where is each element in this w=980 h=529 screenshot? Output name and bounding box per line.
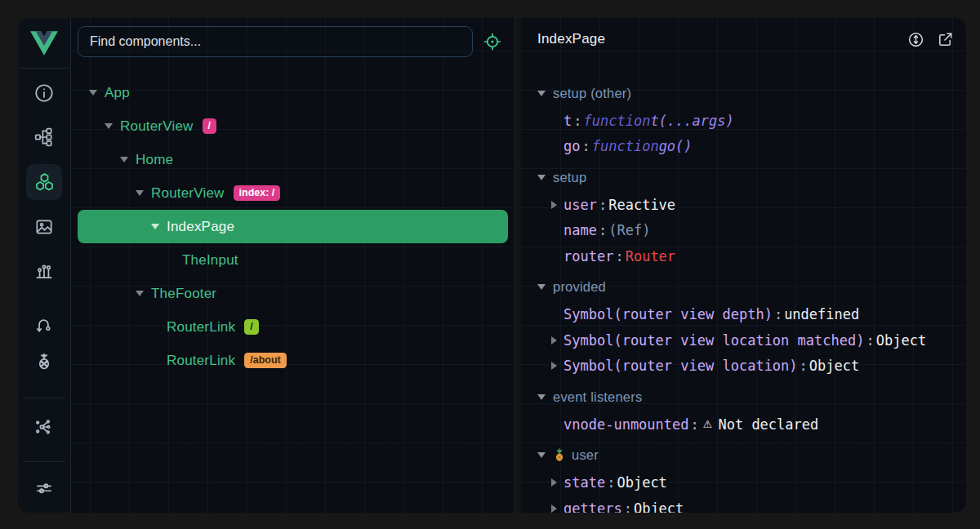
expand-toggle[interactable] xyxy=(87,90,99,96)
tree-row-routerlink[interactable]: RouterLink/about xyxy=(78,344,508,377)
tree-row-routerview[interactable]: RouterViewindex: / xyxy=(78,176,508,210)
state-row-symbol-router-view-depth-[interactable]: Symbol(router view depth) : undefined xyxy=(520,302,944,328)
colon-separator: : xyxy=(597,222,608,238)
state-row-state[interactable]: state : Object xyxy=(520,470,944,496)
graph-icon xyxy=(33,416,55,438)
state-row-go[interactable]: go : function go() xyxy=(520,134,944,160)
section-header-setup[interactable]: setup xyxy=(520,162,944,192)
state-key: t xyxy=(564,113,572,129)
section-header-setup-other-[interactable]: setup (other) xyxy=(520,78,944,108)
sidebar-item-graph[interactable] xyxy=(26,409,62,445)
section-label: setup (other) xyxy=(553,86,631,101)
state-row-router[interactable]: router : Router xyxy=(520,243,944,269)
expand-toggle[interactable] xyxy=(134,190,145,196)
route-badge: / xyxy=(203,118,216,134)
inspector-title: IndexPage xyxy=(537,31,605,47)
colon-separator: : xyxy=(580,138,591,154)
chevron-down-icon xyxy=(537,91,546,96)
component-name: TheInput xyxy=(182,252,238,269)
state-key: Symbol(router view location) xyxy=(564,358,798,374)
state-value: Object xyxy=(876,332,926,349)
colon-separator: : xyxy=(572,113,583,129)
expand-toggle[interactable] xyxy=(134,291,145,296)
component-name: TheFooter xyxy=(151,286,216,302)
expand-toggle[interactable] xyxy=(103,123,114,129)
open-in-editor-button[interactable] xyxy=(935,29,955,49)
colon-separator: : xyxy=(613,248,625,264)
devtools-window: AppRouterView/HomeRouterViewindex: /Inde… xyxy=(18,18,966,513)
sidebar-item-pinia[interactable] xyxy=(26,344,62,380)
sidebar-item-timeline[interactable] xyxy=(26,253,62,289)
chevron-right-icon xyxy=(551,505,557,513)
tree-row-theinput[interactable]: TheInput xyxy=(78,243,508,277)
sidebar-item-components[interactable] xyxy=(26,164,62,200)
section-header-event-listeners[interactable]: event listeners xyxy=(520,382,944,411)
expand-toggle[interactable] xyxy=(551,362,564,370)
tree-row-thefooter[interactable]: TheFooter xyxy=(78,277,508,310)
state-value: function xyxy=(584,113,651,129)
warning-icon: ⚠ xyxy=(703,418,713,430)
state-row-getters[interactable]: getters : Object xyxy=(520,496,944,513)
state-key: user xyxy=(564,197,597,213)
icon-rail xyxy=(18,18,71,513)
expand-toggle[interactable] xyxy=(118,157,130,162)
tree-row-home[interactable]: Home xyxy=(78,143,508,176)
colon-separator: : xyxy=(798,358,809,374)
assets-icon xyxy=(33,216,55,238)
tree-row-routerlink[interactable]: RouterLink/ xyxy=(78,310,508,344)
panel-resize-handle[interactable] xyxy=(514,18,520,513)
state-key: Symbol(router view depth) xyxy=(564,306,773,322)
colon-separator: : xyxy=(864,332,875,349)
route-badge: /about xyxy=(244,353,287,368)
section-label: event listeners xyxy=(553,389,642,405)
tree-row-routerview[interactable]: RouterView/ xyxy=(78,109,508,143)
settings-sliders-icon xyxy=(33,478,55,499)
expand-toggle[interactable] xyxy=(551,478,564,487)
expand-toggle[interactable] xyxy=(149,224,161,229)
pinia-store-icon xyxy=(553,448,566,462)
state-key: state xyxy=(564,474,605,491)
component-name: IndexPage xyxy=(167,219,234,235)
state-value: Reactive xyxy=(608,197,675,213)
state-key: name xyxy=(564,222,597,238)
scroll-to-component-button[interactable] xyxy=(906,29,925,49)
sidebar-item-pages[interactable] xyxy=(26,119,62,155)
select-component-button[interactable] xyxy=(479,29,506,55)
expand-toggle[interactable] xyxy=(551,336,564,345)
state-value: (Ref) xyxy=(608,222,650,238)
sidebar-item-assets[interactable] xyxy=(26,209,62,245)
component-name: RouterView xyxy=(120,118,194,135)
state-row-user[interactable]: user : Reactive xyxy=(520,192,944,218)
component-tree-icon xyxy=(33,127,55,148)
component-name: RouterLink xyxy=(167,319,235,336)
state-key: go xyxy=(564,138,580,154)
state-value: t(...args) xyxy=(650,113,733,129)
chevron-down-icon xyxy=(537,394,546,400)
chevron-down-icon xyxy=(537,452,546,458)
expand-toggle[interactable] xyxy=(551,201,564,209)
state-row-symbol-router-view-location-[interactable]: Symbol(router view location) : Object xyxy=(520,353,944,380)
sidebar-item-settings[interactable] xyxy=(26,470,62,506)
section-label: user xyxy=(572,447,599,463)
search-input[interactable] xyxy=(78,26,473,57)
sidebar-item-overview[interactable] xyxy=(26,75,62,111)
tree-row-app[interactable]: App xyxy=(78,76,508,109)
section-header-user[interactable]: user xyxy=(520,441,944,470)
state-row-t[interactable]: t : function t(...args) xyxy=(520,108,944,134)
tree-row-indexpage[interactable]: IndexPage xyxy=(78,210,508,243)
section-header-provided[interactable]: provided xyxy=(520,273,944,302)
state-row-symbol-router-view-location-matched-[interactable]: Symbol(router view location matched) : O… xyxy=(520,327,944,353)
state-value: Object xyxy=(634,500,684,513)
chevron-right-icon xyxy=(551,362,557,370)
chevron-down-icon xyxy=(151,224,159,229)
sidebar-item-router[interactable] xyxy=(26,307,62,343)
state-value: undefined xyxy=(784,306,859,322)
state-key: vnode-unmounted xyxy=(564,416,689,433)
state-row-vnode-unmounted[interactable]: vnode-unmounted : ⚠Not declared xyxy=(520,411,944,438)
expand-toggle[interactable] xyxy=(551,505,564,513)
vue-logo xyxy=(18,18,70,69)
state-row-name[interactable]: name : (Ref) xyxy=(520,218,944,244)
chevron-right-icon xyxy=(551,478,557,487)
chevron-down-icon xyxy=(537,284,546,290)
route-badge: index: / xyxy=(234,185,281,201)
